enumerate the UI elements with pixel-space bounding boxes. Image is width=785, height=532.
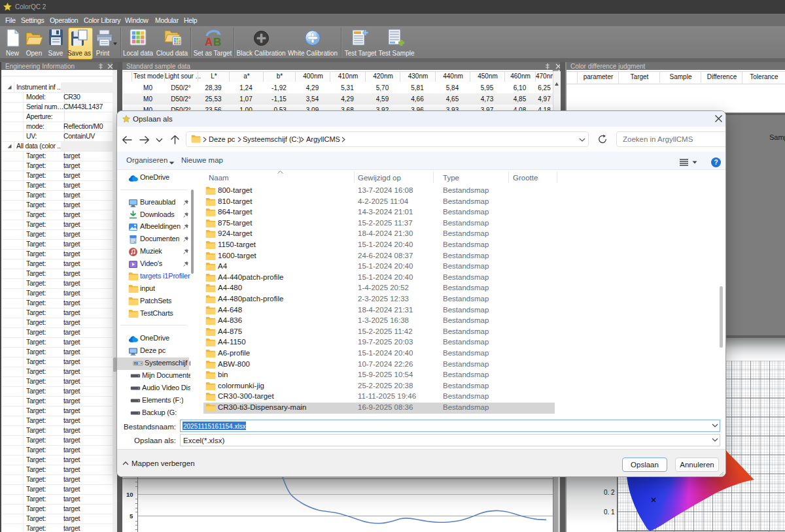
svg-text:B: B [213,36,221,46]
svg-text:?: ? [714,159,718,166]
svg-text:A: A [205,36,213,46]
